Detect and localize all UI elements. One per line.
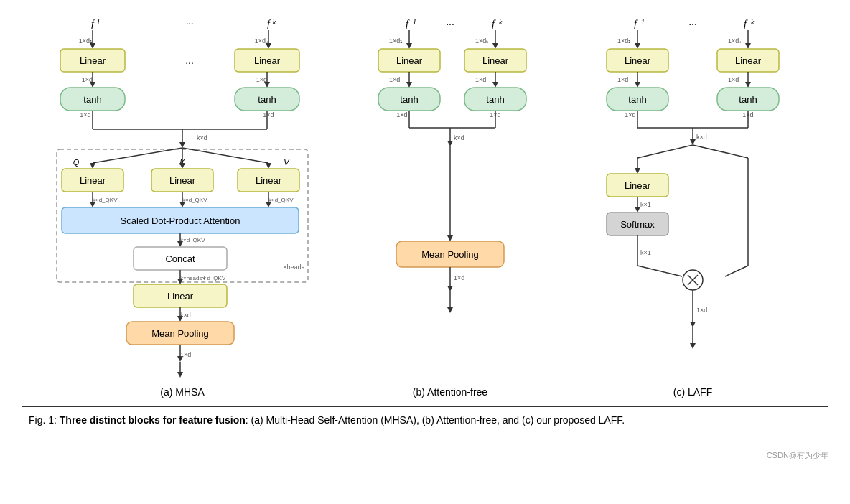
laff-dim-softmax: k×1 [640,249,651,256]
laff-ah-f1 [635,43,640,49]
mhsa-ah-center [179,142,185,148]
mhsa-dim-concat: k×heads∗d_QKV [180,275,226,281]
attnfree-dim-lk: 1×d [475,76,486,83]
laff-dim-out: 1×d [696,307,707,314]
attnfree-ah-l1 [406,82,412,88]
mhsa-dim-tanh1: 1×d [80,111,90,118]
mhsa-dim-lk: 1×d [256,76,267,83]
laff-f1-sub: 1 [641,18,645,26]
laff-tanh1-dim: 1×d [625,111,635,118]
laff-line-sm-to-mult [638,266,682,276]
laff-ah-lk-t [745,82,751,88]
laff-lineark-label: Linear [735,55,762,66]
attnfree-lineark-label: Linear [482,55,509,66]
laff-linear1-label: Linear [625,55,651,66]
attnfree-ah-fk [492,43,498,49]
mhsa-caption-text: (a) MHSA [160,386,204,398]
mhsa-dim-fk: 1×dₖ [255,37,268,45]
laff-dim-fk: 1×dₖ [728,37,742,45]
laff-ah-center [690,139,696,145]
laff-dim-lk: 1×d [728,76,739,83]
mhsa-dim-sdpa: k×d_QKV [180,237,205,243]
laff-ah-l1-t [635,82,640,88]
mhsa-caption: (a) MHSA [160,386,204,398]
mhsa-dim-k: k×d_QKV [182,197,207,203]
diagram-attention-free: f 1 ··· f k 1×d₁ 1×dₖ Linear Linear [368,14,533,398]
attnfree-fk-label: f [492,19,496,29]
laff-softmax-label: Softmax [620,219,655,230]
fig-bold: Three distinct blocks for feature fusion [60,414,246,426]
attnfree-ah-lk [492,82,498,88]
attnfree-ah-out2 [447,307,453,313]
diagrams-row: f 1 ··· f k 1×d₁ 1×dₖ Linear ··· Linear [22,14,828,398]
mhsa-dots-top: ··· [186,19,194,29]
laff-linear-w-label: Linear [625,180,651,191]
laff-f1-label: f [634,19,638,29]
laff-branch-left [638,145,693,158]
attnfree-dim-kxd: k×d [454,134,464,141]
mhsa-lineark-label: Linear [254,55,281,66]
laff-ah-out [690,343,696,349]
mhsa-linear-out-label: Linear [167,291,194,302]
mhsa-ah-out [177,372,183,378]
laff-branch-right3 [725,266,748,276]
watermark-text: CSDN@有为少年 [767,451,828,459]
attnfree-ah-center [447,141,453,146]
attnfree-tanh1-dim: 1×d [396,111,407,118]
mhsa-ah-q [90,163,95,169]
mhsa-dots-middle: ··· [185,57,194,68]
attnfree-f1-label: f [406,19,410,29]
attnfree-svg: f 1 ··· f k 1×d₁ 1×dₖ Linear Linear [368,14,533,381]
attnfree-caption-text: (b) Attention-free [413,386,487,398]
mhsa-branch-v [182,148,268,163]
mhsa-ah-v [266,163,271,169]
laff-ah-left [635,168,640,174]
attnfree-caption: (b) Attention-free [413,386,487,398]
main-container: f 1 ··· f k 1×d₁ 1×dₖ Linear ··· Linear [0,0,850,442]
laff-ah-fk [745,43,751,49]
laff-dim-linear-w: k×1 [640,201,651,208]
mhsa-meanpool-label: Mean Pooling [151,328,209,339]
mhsa-q-label: Q [73,158,80,167]
mhsa-fk-label: f [267,19,271,29]
laff-caption-text: (c) LAFF [673,386,712,398]
attnfree-meanpool-label: Mean Pooling [421,249,479,260]
attnfree-fk-sub: k [499,18,503,26]
laff-tanhk-label: tanh [739,94,757,105]
mhsa-linear1-label: Linear [80,55,106,66]
mhsa-dim-tanhk: 1×d [263,111,274,118]
attnfree-tanhk-label: tanh [486,94,504,105]
mhsa-tanh1-label: tanh [83,94,101,105]
mhsa-xheads: ×heads [283,263,304,271]
mhsa-linear-v-label: Linear [256,175,282,186]
laff-fk-label: f [744,19,748,29]
attnfree-linear1-label: Linear [396,55,423,66]
mhsa-linear-q-label: Linear [80,175,106,186]
mhsa-dim-f1: 1×d₁ [79,37,93,45]
mhsa-sdpa-label: Scaled Dot-Product Attention [121,215,240,226]
attnfree-dim-fk: 1×dₖ [475,37,489,45]
attnfree-tanh1-label: tanh [400,94,418,105]
laff-fk-sub: k [751,18,755,26]
laff-caption: (c) LAFF [673,386,712,398]
diagram-mhsa: f 1 ··· f k 1×d₁ 1×dₖ Linear ··· Linear [46,14,319,398]
attnfree-ah-out [447,286,453,291]
fig-caption: Fig. 1: Three distinct blocks for featur… [22,406,828,428]
laff-dim-kxd: k×d [696,134,707,141]
attnfree-dim-f1: 1×d₁ [389,37,403,45]
mhsa-dim-v: k×d_QKV [268,197,294,203]
mhsa-fk-sub: k [273,18,276,26]
fig-prefix: Fig. 1: [29,414,57,426]
mhsa-dim-l1: 1×d [82,76,93,83]
attnfree-dim-out: 1×d [454,274,464,281]
attnfree-f1-sub: 1 [413,18,416,26]
fig-rest: : (a) Multi-Head Self-Attention (MHSA), … [246,414,625,426]
attnfree-ah-to-mp [447,235,453,241]
mhsa-f1-label: f [91,19,95,29]
watermark: CSDN@有为少年 [767,450,828,461]
laff-branch-right [693,145,748,158]
diagram-laff: f 1 ··· f k 1×d₁ 1×dₖ Linear Linear [582,14,804,398]
laff-dim-l1: 1×d [617,76,628,83]
mhsa-dim-linear-out: k×d [180,312,191,319]
attnfree-dots: ··· [446,18,454,29]
